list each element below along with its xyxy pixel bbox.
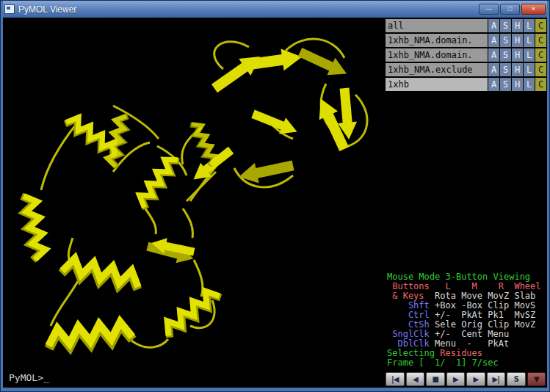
object-hide-button[interactable]: H <box>512 34 523 47</box>
object-show-button[interactable]: S <box>500 48 511 62</box>
object-name[interactable]: 1xhb <box>386 78 488 91</box>
playback-controls: |◀◀■▶▶▶|S▼ <box>386 372 546 386</box>
protein-ribbon <box>3 18 383 388</box>
window-title: PyMOL Viewer <box>18 4 475 15</box>
close-button[interactable]: × <box>521 4 546 15</box>
s-button[interactable]: S <box>507 372 526 386</box>
object-name[interactable]: 1xhb_NMA.domain. <box>386 48 488 62</box>
object-color-button[interactable]: C <box>535 48 546 62</box>
object-label-button[interactable]: L <box>524 63 535 76</box>
object-hide-button[interactable]: H <box>512 48 523 62</box>
step-back-button[interactable]: ◀ <box>406 372 425 386</box>
step-forward-button[interactable]: ▶ <box>466 372 485 386</box>
object-show-button[interactable]: S <box>500 34 511 47</box>
object-row: 1xhb_NMA.domain.ASHLC <box>386 34 546 47</box>
object-color-button[interactable]: C <box>535 78 546 91</box>
object-hide-button[interactable]: H <box>512 63 523 76</box>
object-label-button[interactable]: L <box>524 48 535 62</box>
skip-to-end-button[interactable]: ▶| <box>487 372 506 386</box>
object-label-button[interactable]: L <box>524 19 535 32</box>
object-action-button[interactable]: A <box>488 34 499 47</box>
object-action-button[interactable]: A <box>488 78 499 91</box>
object-hide-button[interactable]: H <box>512 19 523 32</box>
object-name[interactable]: 1xhb_NMA.domain. <box>386 34 488 47</box>
minimize-button[interactable]: — <box>479 4 499 15</box>
object-label-button[interactable]: L <box>524 34 535 47</box>
viewport[interactable]: PyMOL>_ <box>3 18 384 388</box>
panel-spacer <box>386 92 546 271</box>
play-button[interactable]: ▶ <box>446 372 466 386</box>
object-hide-button[interactable]: H <box>512 78 523 91</box>
object-row: 1xhb_NMA.excludeASHLC <box>386 63 546 76</box>
scene-menu-button[interactable]: ▼ <box>527 372 546 386</box>
skip-to-start-button[interactable]: |◀ <box>386 372 405 386</box>
object-row: 1xhb_NMA.domain.ASHLC <box>386 48 546 62</box>
object-panel: allASHLC1xhb_NMA.domain.ASHLC1xhb_NMA.do… <box>386 19 546 92</box>
object-action-button[interactable]: A <box>488 63 499 76</box>
object-color-button[interactable]: C <box>535 63 546 76</box>
maximize-button[interactable]: □ <box>500 4 520 15</box>
object-show-button[interactable]: S <box>500 19 511 32</box>
object-show-button[interactable]: S <box>500 78 511 91</box>
sidebar: allASHLC1xhb_NMA.domain.ASHLC1xhb_NMA.do… <box>384 18 547 388</box>
object-show-button[interactable]: S <box>500 63 511 76</box>
object-action-button[interactable]: A <box>488 19 499 32</box>
app-icon <box>4 4 15 14</box>
pymol-window: PyMOL Viewer — □ × <box>0 0 550 392</box>
object-label-button[interactable]: L <box>524 78 535 91</box>
object-row: allASHLC <box>386 19 546 32</box>
object-color-button[interactable]: C <box>535 19 546 32</box>
object-color-button[interactable]: C <box>535 34 546 47</box>
titlebar[interactable]: PyMOL Viewer — □ × <box>3 1 547 18</box>
object-row: 1xhbASHLC <box>386 78 546 91</box>
object-name[interactable]: 1xhb_NMA.exclude <box>386 63 488 76</box>
object-action-button[interactable]: A <box>488 48 499 62</box>
command-prompt[interactable]: PyMOL>_ <box>9 372 49 383</box>
mouse-mode-panel: Mouse Mode 3-Button Viewing Buttons L M … <box>386 271 546 371</box>
mouse-panel-line: Frame [ 1/ 1] 7/sec <box>387 358 546 368</box>
window-content: PyMOL>_ allASHLC1xhb_NMA.domain.ASHLC1xh… <box>3 18 547 388</box>
object-name[interactable]: all <box>386 19 488 32</box>
window-controls: — □ × <box>479 4 546 15</box>
stop-button[interactable]: ■ <box>426 372 445 386</box>
